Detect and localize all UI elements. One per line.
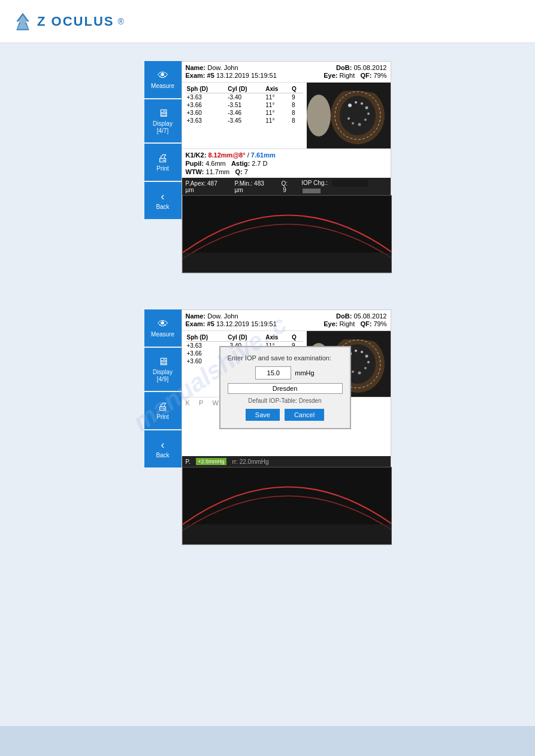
col-axis-2: Axis [264,333,291,342]
header: Z OCULUS ® [0,0,535,43]
print-button-2[interactable]: 🖨 Print [144,392,182,429]
table-row: +3.63-3.4511°8 [186,117,303,125]
panel1-sidebar: 👁 Measure 🖥 Display[4/7] 🖨 Print ‹ Back [144,61,182,219]
logo: Z OCULUS ® [12,11,124,32]
display-button-2[interactable]: 🖥 Display[4/9] [144,348,182,391]
monitor-icon-1: 🖥 [158,108,168,119]
exam-info-1: Exam: #5 13.12.2019 15:19:51 [186,72,277,79]
print-icon-1: 🖨 [158,153,168,163]
print-label-2: Print [156,414,169,421]
measure-label-1: Measure [151,83,174,90]
back-icon-1: ‹ [161,191,165,202]
eye-info-1: Eye: Right QF: 79% [324,72,386,79]
dob-value-1: 05.08.2012 [353,64,386,71]
svg-point-15 [307,95,331,136]
svg-point-23 [361,351,363,353]
table-cell: +3.63 [186,117,227,125]
svg-point-24 [365,355,368,358]
main-content: manualshive. c 👁 Measure 🖥 Display[4/7] … [0,43,535,563]
panel1: 👁 Measure 🖥 Display[4/7] 🖨 Print ‹ Back … [144,61,391,274]
svg-point-11 [358,123,361,126]
data-table-area-1: Sph (D) Cyl (D) Axis Q +3.63-3.4011°9+3.… [182,83,391,149]
dialog-title: Enter IOP and save to examination: [228,354,343,362]
back-button-2[interactable]: ‹ Back [144,430,182,467]
svg-point-26 [364,367,367,369]
k-values-1: K1/K2: 8.12mm@8° / 7.61mm Pupil: 4.6mm A… [182,149,391,178]
cross-section-1 [182,195,392,273]
table-row: +3.63-3.4011°9 [186,93,303,102]
dialog-buttons: Save Cancel [228,409,343,421]
table-cell: 11° [264,101,291,109]
svg-point-13 [347,117,350,120]
svg-point-4 [340,96,376,135]
dob-info-2: DoB: 05.08.2012 [336,312,386,320]
panel2-sidebar: 👁 Measure 🖥 Display[4/9] 🖨 Print ‹ Back [144,309,182,467]
svg-point-28 [352,371,354,373]
svg-point-22 [355,350,357,352]
iop-input[interactable] [255,366,291,379]
eye-image-1 [307,83,391,148]
monitor-icon-2: 🖥 [158,356,168,367]
k1k2-label-1: K1/K2: [186,151,207,159]
logo-text: Z OCULUS [37,14,114,29]
q-label-1: Q: 9 [282,180,295,193]
corr-label-2: rr: 22.0mmHg [232,459,269,465]
col-q-1: Q [291,85,303,93]
dialog-location: Dresden [228,383,343,394]
svg-point-27 [358,372,361,375]
table-cell: 11° [264,109,291,117]
measurement-bar-1: P.Apex: 487 µm P.Min.: 483 µm Q: 9 IOP C… [182,178,391,195]
iop-dialog: Enter IOP and save to examination: mmHg … [219,346,351,429]
eye-info-2: Eye: Right QF: 79% [324,320,386,327]
k2-value-1: 7.61mm [251,151,276,159]
col-sph-2: Sph (D) [186,333,227,342]
display-label-1: Display[4/7] [153,120,173,135]
svg-point-7 [361,102,363,105]
measure-button-1[interactable]: 👁 Measure [144,61,182,98]
back-icon-2: ‹ [161,439,165,450]
col-cyl-2: Cyl (D) [226,333,264,342]
svg-rect-33 [183,524,392,545]
table-cell: 8 [291,101,303,109]
svg-point-6 [355,101,357,104]
table-cell: +3.63 [186,93,227,102]
svg-rect-17 [183,253,392,273]
papex-label-1: P.Apex: 487 µm [186,180,228,193]
table-cell: -3.46 [226,109,264,117]
cross-section-2 [182,467,392,545]
display-button-1[interactable]: 🖥 Display[4/7] [144,99,182,142]
wtw-info-1: WTW: 11.7mm Q: 7 [186,168,248,175]
p-label-2: P. [186,459,194,465]
display-label-2: Display[4/9] [153,369,173,383]
measure-button-2[interactable]: 👁 Measure [144,309,182,347]
table-cell: 8 [291,117,303,125]
panel2-data: Name: Dow. John DoB: 05.08.2012 Exam: #5… [182,309,391,545]
table-row: +3.60-3.4611°8 [186,109,303,117]
table-row: +3.66-3.5111°8 [186,101,303,109]
logo-registered: ® [117,17,123,26]
table-cell: -3.51 [226,101,264,109]
eye-icon-2: 👁 [158,318,168,329]
print-button-1[interactable]: 🖨 Print [144,144,182,181]
table-cell: +3.60 [186,109,227,117]
back-label-1: Back [156,204,169,211]
table-cell: 11° [264,117,291,125]
name-info-2: Name: Dow. John [186,312,238,320]
print-label-1: Print [156,165,169,172]
svg-point-8 [365,107,368,110]
col-axis-1: Axis [264,85,291,93]
dialog-default-label: Default IOP-Table: Dresden [228,397,343,404]
table-cell: 8 [291,109,303,117]
eye-svg-1 [307,83,391,148]
svg-point-25 [367,361,370,363]
k1-value-1: 8.12mm@8° [208,151,245,159]
logo-icon [12,11,34,32]
table-cell: 9 [291,93,303,102]
name-value-1: Dow. John [207,64,238,71]
back-button-1[interactable]: ‹ Back [144,182,182,219]
col-sph-1: Sph (D) [186,85,227,93]
dialog-cancel-button[interactable]: Cancel [285,409,324,421]
dialog-save-button[interactable]: Save [246,409,280,421]
back-label-2: Back [156,452,169,459]
eye-icon-1: 👁 [158,70,168,81]
